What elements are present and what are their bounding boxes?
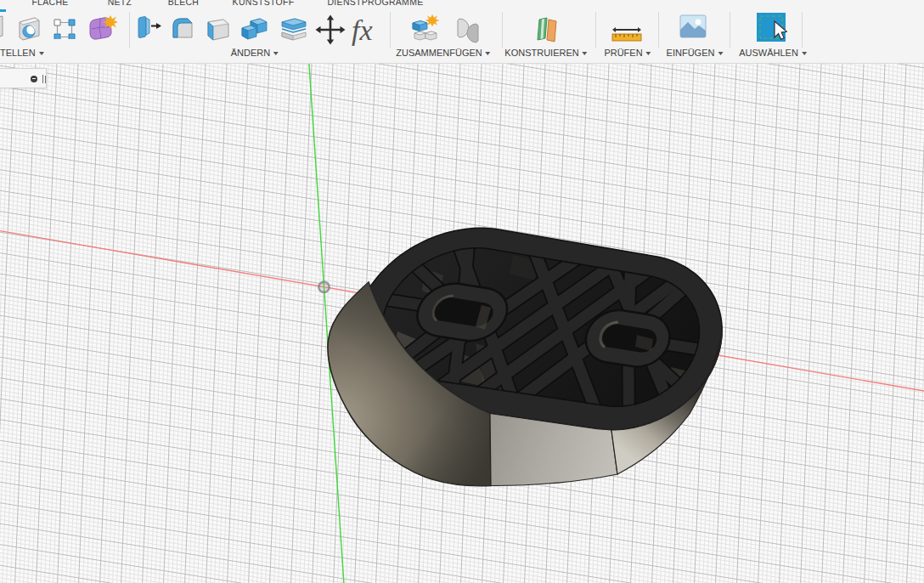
svg-text:fx: fx xyxy=(352,14,373,46)
